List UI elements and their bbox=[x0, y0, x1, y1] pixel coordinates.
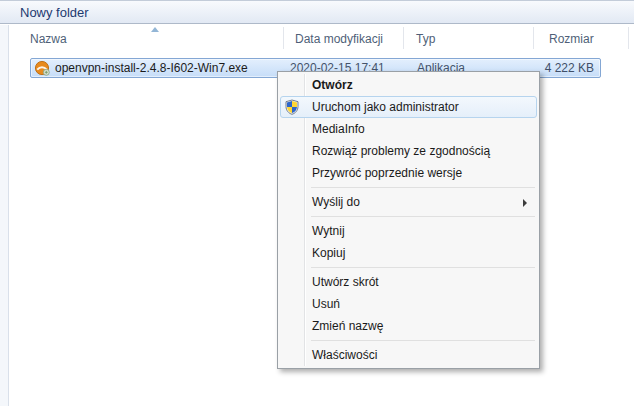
column-divider[interactable] bbox=[283, 27, 284, 49]
sort-ascending-icon bbox=[151, 27, 159, 32]
column-header-type[interactable]: Typ bbox=[416, 32, 435, 46]
menu-item-rename[interactable]: Zmień nazwę bbox=[280, 315, 537, 337]
folder-title: Nowy folder bbox=[20, 5, 89, 20]
file-name: openvpn-install-2.4.8-I602-Win7.exe bbox=[55, 61, 248, 75]
file-size: 4 222 KB bbox=[545, 61, 594, 75]
menu-separator bbox=[311, 340, 535, 341]
menu-separator bbox=[311, 216, 535, 217]
menu-item-send-to[interactable]: Wyślij do bbox=[280, 191, 537, 213]
uac-shield-icon bbox=[284, 99, 300, 115]
menu-item-label: Uruchom jako administrator bbox=[312, 100, 459, 114]
column-divider[interactable] bbox=[628, 27, 629, 49]
openvpn-installer-icon bbox=[34, 60, 50, 76]
context-menu: Otwórz Uruchom jako administrator MediaI… bbox=[277, 71, 540, 369]
menu-item-troubleshoot-compatibility[interactable]: Rozwiąż problemy ze zgodnością bbox=[280, 140, 537, 162]
menu-item-delete[interactable]: Usuń bbox=[280, 293, 537, 315]
menu-item-open[interactable]: Otwórz bbox=[280, 74, 537, 96]
column-divider[interactable] bbox=[403, 27, 404, 49]
column-header-size[interactable]: Rozmiar bbox=[549, 32, 594, 46]
menu-item-restore-previous-versions[interactable]: Przywróć poprzednie wersje bbox=[280, 162, 537, 184]
menu-item-label: Wyślij do bbox=[312, 195, 360, 209]
navigation-pane-edge bbox=[0, 25, 9, 406]
submenu-arrow-icon bbox=[523, 199, 527, 207]
menu-item-properties[interactable]: Właściwości bbox=[280, 344, 537, 366]
column-header-name[interactable]: Nazwa bbox=[30, 32, 67, 46]
menu-item-mediainfo[interactable]: MediaInfo bbox=[280, 118, 537, 140]
menu-item-run-as-administrator[interactable]: Uruchom jako administrator bbox=[280, 96, 537, 118]
menu-separator bbox=[311, 187, 535, 188]
menu-item-create-shortcut[interactable]: Utwórz skrót bbox=[280, 271, 537, 293]
menu-item-copy[interactable]: Kopiuj bbox=[280, 242, 537, 264]
menu-item-cut[interactable]: Wytnij bbox=[280, 220, 537, 242]
menu-separator bbox=[311, 267, 535, 268]
address-bar: Nowy folder bbox=[0, 0, 634, 24]
column-header-date[interactable]: Data modyfikacji bbox=[295, 32, 383, 46]
column-divider[interactable] bbox=[533, 27, 534, 49]
